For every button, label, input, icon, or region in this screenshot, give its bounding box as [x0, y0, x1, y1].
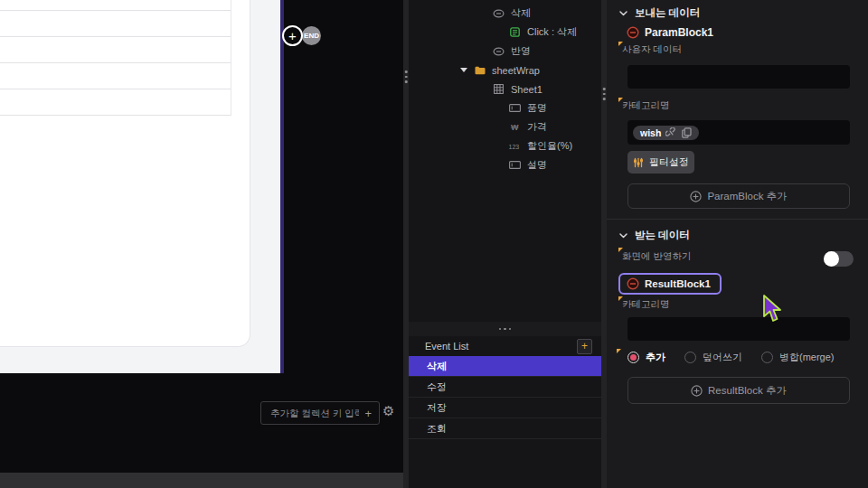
list-row[interactable]	[0, 89, 231, 116]
mouse-cursor	[762, 295, 786, 324]
drag-handle-icon[interactable]	[603, 88, 606, 100]
copy-icon[interactable]	[682, 127, 692, 138]
event-list-header: Event List +	[409, 336, 601, 356]
paramblock-name: ParamBlock1	[645, 26, 713, 39]
collection-key-input[interactable]	[269, 407, 361, 419]
paramblock-row[interactable]: ParamBlock1	[627, 26, 713, 39]
expand-arrow-icon[interactable]	[460, 68, 467, 72]
flow-end-node[interactable]: END	[302, 26, 321, 45]
canvas-edge-line	[280, 0, 284, 373]
add-paramblock-button[interactable]: ParamBlock 추가	[627, 183, 850, 209]
plus-icon: +	[288, 29, 297, 42]
add-collection-icon[interactable]: +	[364, 407, 372, 420]
radio-add[interactable]	[627, 352, 639, 363]
binding-chip[interactable]: wish	[633, 126, 699, 140]
list-row[interactable]	[0, 11, 231, 37]
tree-item-label: Sheet1	[511, 84, 542, 95]
category-input[interactable]: wish	[627, 120, 850, 145]
event-item-save[interactable]: 저장	[409, 398, 601, 418]
send-data-section-header[interactable]: 보내는 데이터	[619, 6, 700, 20]
apply-to-screen-label: 화면에 반영하기	[622, 250, 691, 263]
event-item-query[interactable]: 조회	[409, 418, 601, 439]
app-window: + END + ⚙ 삭제Click : 삭제반영sheetWrapSheet1품…	[0, 0, 868, 488]
event-item-edit[interactable]: 수정	[409, 377, 601, 398]
add-paramblock-label: ParamBlock 추가	[707, 190, 787, 203]
category-label: 카테고리명	[622, 99, 670, 112]
oval-minus-icon	[492, 47, 505, 56]
user-data-label: 사용자 데이터	[622, 43, 682, 56]
tree-item-label: 반영	[511, 44, 531, 58]
filter-button-label: 필터설정	[649, 155, 689, 169]
tree-item-click-delete[interactable]: Click : 삭제	[409, 23, 601, 42]
currency-icon: ₩	[508, 122, 522, 132]
radio-overwrite[interactable]	[684, 352, 696, 363]
add-resultblock-button[interactable]: ResultBlock 추가	[627, 377, 850, 404]
data-properties-panel: 보내는 데이터 ParamBlock1 사용자 데이터 카테고리명 wish 필…	[607, 0, 868, 488]
svg-text:123: 123	[509, 144, 520, 150]
bottom-status-strip	[0, 473, 405, 488]
tree-item-label: 가격	[527, 120, 547, 134]
flow-plus-node[interactable]: +	[282, 25, 303, 46]
event-item-delete[interactable]: 삭제	[409, 356, 601, 377]
receive-data-section-header[interactable]: 받는 데이터	[619, 229, 690, 242]
structure-tree-panel: 삭제Click : 삭제반영sheetWrapSheet1품명₩가격123할인율…	[409, 0, 601, 488]
receive-data-title: 받는 데이터	[635, 229, 690, 242]
svg-text:₩: ₩	[511, 123, 519, 132]
sheet-grid-icon	[492, 84, 505, 94]
plus-circle-icon	[691, 385, 703, 397]
toggle-knob	[824, 251, 839, 267]
merge-mode-radio-group: 추가덮어쓰기병합(merge)	[627, 351, 847, 364]
tree-item-field-discount[interactable]: 123할인율(%)	[409, 136, 601, 155]
remove-block-icon[interactable]	[627, 26, 639, 39]
gear-icon[interactable]: ⚙	[382, 404, 394, 418]
event-item-label: 수정	[427, 380, 447, 394]
resultblock-name: ResultBlock1	[645, 278, 711, 289]
send-data-title: 보내는 데이터	[635, 6, 700, 20]
chevron-down-icon	[619, 233, 627, 239]
panel-resize-strip[interactable]	[409, 322, 601, 336]
radio-label-merge: 병합(merge)	[779, 351, 835, 364]
section-separator	[607, 219, 868, 220]
tree-item-label: 품명	[527, 101, 547, 115]
design-canvas-card[interactable]	[0, 0, 250, 347]
add-event-button[interactable]: +	[577, 339, 592, 354]
event-item-label: 조회	[427, 422, 447, 436]
collection-key-box[interactable]: +	[260, 401, 380, 425]
result-category-input[interactable]	[627, 317, 850, 341]
drag-handle-icon[interactable]	[405, 70, 408, 83]
event-script-icon	[508, 27, 522, 37]
tree-item-apply[interactable]: 반영	[409, 42, 601, 61]
list-row[interactable]	[0, 63, 231, 89]
text-field-icon	[508, 104, 522, 112]
field-marker-icon	[617, 349, 621, 353]
folder-icon	[473, 66, 486, 75]
drag-handle-icon[interactable]	[499, 328, 512, 331]
tree-item-label: 설명	[527, 158, 547, 172]
remove-block-icon[interactable]	[627, 277, 639, 290]
tree-item-field-name[interactable]: 품명	[409, 99, 601, 117]
tree-item-delete[interactable]: 삭제	[409, 4, 601, 23]
user-data-input[interactable]	[627, 65, 850, 89]
list-row[interactable]	[0, 37, 231, 63]
plus-circle-icon	[690, 191, 702, 202]
list-widget	[0, 0, 231, 116]
chip-text: wish	[640, 127, 661, 138]
end-node-label: END	[304, 32, 319, 40]
tree-item-label: 할인율(%)	[527, 139, 572, 153]
list-row[interactable]	[0, 0, 231, 11]
tree-item-field-price[interactable]: ₩가격	[409, 117, 601, 136]
filter-settings-button[interactable]: 필터설정	[627, 151, 694, 174]
result-category-label: 카테고리명	[622, 298, 670, 311]
radio-label-overwrite: 덮어쓰기	[703, 351, 742, 364]
tree-item-sheetwrap[interactable]: sheetWrap	[409, 61, 601, 80]
radio-merge[interactable]	[761, 352, 773, 363]
tree-item-sheet1[interactable]: Sheet1	[409, 80, 601, 99]
oval-minus-icon	[492, 9, 505, 18]
unlink-icon[interactable]	[665, 127, 677, 138]
tree-item-label: Click : 삭제	[527, 25, 577, 39]
event-list: 삭제수정저장조회	[409, 356, 601, 439]
resultblock-row-highlighted[interactable]: ResultBlock1	[618, 273, 722, 295]
tree-item-label: sheetWrap	[492, 65, 540, 76]
apply-to-screen-toggle[interactable]	[824, 251, 854, 267]
tree-item-field-desc[interactable]: 설명	[409, 155, 601, 174]
